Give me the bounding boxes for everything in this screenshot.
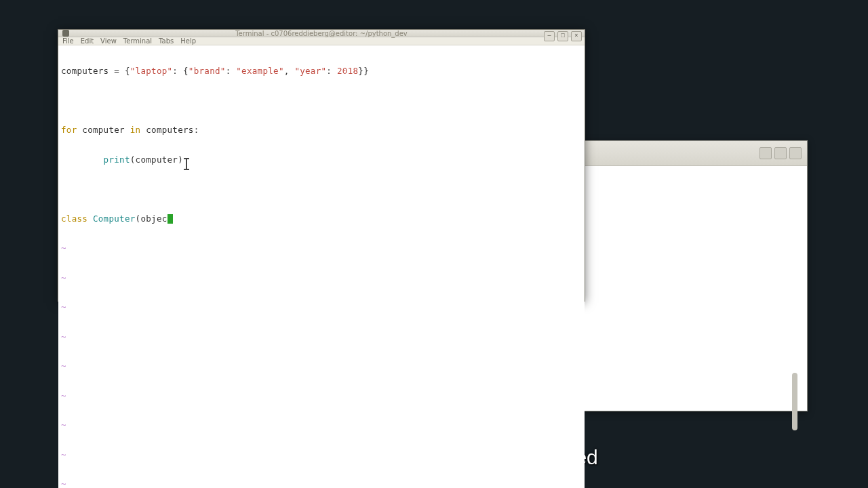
close-button[interactable]: × [571,31,582,41]
identifier: computer [82,125,125,135]
paren: ) [178,155,183,165]
maximize-button[interactable]: □ [557,31,568,41]
tilde-line: ~ [61,302,582,312]
string: "brand" [189,66,226,76]
colon: : [226,66,237,76]
tilde-line: ~ [61,450,582,460]
code-line-3: for computer in computers: [61,125,582,136]
menu-edit[interactable]: Edit [81,37,94,45]
colon: : [326,66,337,76]
tilde-icon: ~ [61,302,66,312]
identifier: objec [140,214,167,224]
tilde-line: ~ [61,391,582,401]
terminal-window: Terminal - c0706reddieberg@editor: ~/pyt… [58,29,585,302]
colon: : [172,66,183,76]
menu-terminal[interactable]: Terminal [123,37,152,45]
menu-tabs[interactable]: Tabs [159,37,174,45]
space [125,125,130,135]
tilde-icon: ~ [61,331,66,342]
tilde-icon: ~ [61,243,66,253]
paren: ( [130,155,136,165]
cursor-block: t [167,214,173,224]
tilde-icon: ~ [61,449,66,460]
tilde-line: ~ [61,479,582,488]
code-line-1: computers = {"laptop": {"brand": "exampl… [61,66,582,77]
tilde-icon: ~ [61,361,66,371]
menubar: File Edit View Terminal Tabs Help [58,37,585,45]
close-button[interactable] [789,147,802,159]
string: "laptop" [130,66,173,76]
tilde-icon: ~ [61,390,66,401]
window-title: Terminal - c0706reddieberg@editor: ~/pyt… [58,30,585,37]
identifier: computers [61,66,114,76]
code-line-blank [61,96,582,106]
string: "year" [294,66,326,76]
brace: }} [358,66,369,76]
maximize-button[interactable] [774,147,787,159]
indent [61,155,104,165]
minimize-button[interactable] [760,147,772,159]
brace: { [125,66,130,76]
text-cursor-icon [186,159,187,169]
menu-help[interactable]: Help [180,37,196,45]
menu-file[interactable]: File [62,37,74,45]
tilde-line: ~ [61,332,582,342]
code-line-6: class Computer(object [61,214,582,224]
colon: : [194,125,199,135]
minimize-button[interactable]: – [544,31,555,41]
code-line-4: print(computer) [61,155,582,165]
menu-view[interactable]: View [100,37,117,45]
scrollbar[interactable] [792,373,797,430]
tilde-line: ~ [61,420,582,430]
operator: = [114,66,125,76]
number: 2018 [337,66,358,76]
editor-area[interactable]: computers = {"laptop": {"brand": "exampl… [58,45,585,488]
terminal-titlebar[interactable]: Terminal - c0706reddieberg@editor: ~/pyt… [58,30,585,37]
class-name: Computer [93,214,136,224]
code-line-blank [61,184,582,195]
keyword-class: class [61,214,87,224]
string: "example" [236,66,283,76]
tilde-line: ~ [61,273,582,283]
tilde-icon: ~ [61,479,66,488]
keyword-for: for [61,125,77,135]
identifier: computer [136,155,178,165]
tilde-line: ~ [61,243,582,253]
identifier: computers [146,125,193,135]
tilde-line: ~ [61,361,582,371]
tilde-icon: ~ [61,272,66,283]
tilde-icon: ~ [61,420,66,430]
window-controls: – □ × [544,31,582,41]
builtin-print: print [104,155,130,165]
comma: , [284,66,295,76]
brace: { [183,66,189,76]
space [87,214,93,224]
keyword-in: in [130,125,141,135]
